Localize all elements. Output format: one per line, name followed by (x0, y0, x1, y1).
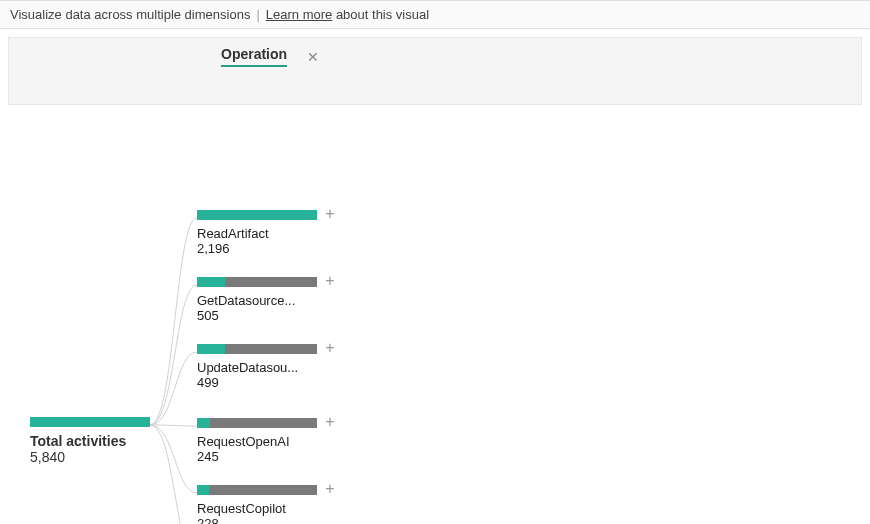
node-label: GetDatasource... (197, 293, 327, 308)
root-bar (30, 417, 150, 427)
node-value: 505 (197, 308, 357, 323)
toolbar-lead-text: Visualize data across multiple dimension… (10, 7, 250, 22)
expand-icon[interactable]: + (323, 415, 337, 429)
node-bar: + (197, 485, 317, 495)
node-requestcopilot[interactable]: + RequestCopilot 228 (197, 485, 357, 524)
root-node[interactable]: Total activities 5,840 (30, 417, 150, 465)
node-requestopenai[interactable]: + RequestOpenAI 245 (197, 418, 357, 464)
node-value: 228 (197, 516, 357, 524)
decomposition-tree: Total activities 5,840 + ReadArtifact 2,… (0, 105, 870, 524)
close-icon[interactable]: ✕ (307, 49, 319, 65)
node-readartifact[interactable]: + ReadArtifact 2,196 (197, 210, 357, 256)
node-label: RequestOpenAI (197, 434, 327, 449)
node-bar-fill (197, 277, 225, 287)
node-updatedatasource[interactable]: + UpdateDatasou... 499 (197, 344, 357, 390)
expand-icon[interactable]: + (323, 341, 337, 355)
node-bar: + (197, 418, 317, 428)
info-toolbar: Visualize data across multiple dimension… (0, 0, 870, 29)
dimension-title[interactable]: Operation (221, 46, 287, 67)
node-value: 245 (197, 449, 357, 464)
node-bar-fill (197, 485, 209, 495)
node-label: UpdateDatasou... (197, 360, 327, 375)
root-value: 5,840 (30, 449, 150, 465)
toolbar-learn-more: Learn more about this visual (266, 7, 429, 22)
node-bar-fill (197, 344, 225, 354)
node-value: 499 (197, 375, 357, 390)
node-label: RequestCopilot (197, 501, 327, 516)
learn-more-link[interactable]: Learn more (266, 7, 332, 22)
toolbar-divider: | (256, 7, 259, 22)
toolbar-trail-text: about this visual (332, 7, 429, 22)
node-bar: + (197, 344, 317, 354)
dimension-header: Operation ✕ (221, 46, 319, 67)
node-bar-fill (197, 418, 210, 428)
node-bar-fill (197, 210, 317, 220)
expand-icon[interactable]: + (323, 274, 337, 288)
dimension-header-band: Operation ✕ (8, 37, 862, 105)
expand-icon[interactable]: + (323, 482, 337, 496)
node-label: ReadArtifact (197, 226, 327, 241)
root-label: Total activities (30, 433, 150, 449)
node-bar: + (197, 210, 317, 220)
node-bar: + (197, 277, 317, 287)
node-value: 2,196 (197, 241, 357, 256)
expand-icon[interactable]: + (323, 207, 337, 221)
node-getdatasource[interactable]: + GetDatasource... 505 (197, 277, 357, 323)
